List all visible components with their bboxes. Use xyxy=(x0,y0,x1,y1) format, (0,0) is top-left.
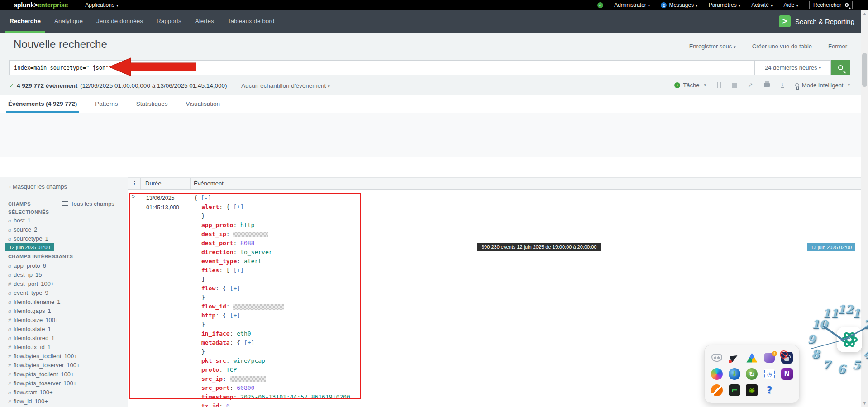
snake-game-icon[interactable]: ⌐ xyxy=(729,384,740,396)
results-tab-patterns[interactable]: Patterns xyxy=(95,95,118,113)
account-menu[interactable]: Administrator xyxy=(614,2,650,8)
field-host[interactable]: ahost1 xyxy=(8,216,48,225)
field-app-proto[interactable]: aapp_proto6 xyxy=(8,261,80,270)
clock-hands xyxy=(787,289,868,393)
all-fields-label: Tous les champs xyxy=(71,200,114,207)
job-task-menu[interactable]: iTâche xyxy=(674,82,706,89)
field-source[interactable]: asource2 xyxy=(8,225,48,234)
google-drive-icon[interactable] xyxy=(746,353,757,363)
json-number: 0 xyxy=(226,402,230,407)
field-dest-port[interactable]: #dest_port100+ xyxy=(8,279,80,289)
field-fileinfo-state[interactable]: afileinfo.state1 xyxy=(8,325,80,334)
field-name: fileinfo.filename xyxy=(14,298,54,305)
event-sampling-menu[interactable]: Aucun échantillon d'événement xyxy=(241,82,330,89)
health-check-icon[interactable]: ✓ xyxy=(597,2,603,8)
download-manager-icon[interactable]: ⇓ xyxy=(729,368,740,380)
app-nav-tabs: RechercheAnalytiqueJeux de donnéesRappor… xyxy=(3,10,281,33)
field-name: fileinfo.stored xyxy=(14,335,48,341)
field-sourcetype[interactable]: asourcetype1 xyxy=(8,234,48,243)
results-tab-v-nements-4-929-772[interactable]: Événements (4 929 772) xyxy=(8,95,77,113)
timeline-end-label: 13 juin 2025 02:00 xyxy=(807,243,855,251)
create-table-view-button[interactable]: Créer une vue de table xyxy=(752,43,812,50)
field-flow-id[interactable]: #flow_id100+ xyxy=(8,397,80,406)
field-flow-bytes-toserver[interactable]: #flow.bytes_toserver100+ xyxy=(8,361,80,370)
scroll-down-arrow-icon[interactable]: ▼ xyxy=(861,401,868,406)
json-key: tx_id xyxy=(201,402,219,407)
hide-fields-link[interactable]: Masquer les champs xyxy=(9,183,67,190)
field-fileinfo-stored[interactable]: afileinfo.stored1 xyxy=(8,334,80,343)
copilot-icon[interactable] xyxy=(711,368,723,380)
print-icon[interactable] xyxy=(764,83,770,87)
field-dest-ip[interactable]: adest_ip15 xyxy=(8,270,80,279)
save-as-button[interactable]: Enregistrer sous xyxy=(689,43,736,50)
interesting-fields-title: CHAMPS INTÉRESSANTS xyxy=(8,252,73,260)
field-fileinfo-tx-id[interactable]: #fileinfo.tx_id1 xyxy=(8,343,80,352)
pause-job-icon[interactable] xyxy=(717,82,721,88)
task-scheduler-icon[interactable]: ◷ xyxy=(764,369,775,379)
field-flow-start[interactable]: aflow.start100+ xyxy=(8,388,80,397)
nav-tab-rapports[interactable]: Rapports xyxy=(150,10,188,33)
help-icon[interactable]: ? xyxy=(763,384,775,396)
field-event-type[interactable]: aevent_type9 xyxy=(8,289,80,298)
field-fileinfo-filename[interactable]: afileinfo.filename1 xyxy=(8,298,80,307)
messages-menu[interactable]: 2Messages xyxy=(661,2,697,9)
field-name: flow.bytes_toclient xyxy=(14,353,62,360)
field-type-icon: # xyxy=(8,397,14,406)
discord-icon[interactable] xyxy=(711,354,722,362)
nav-tab-tableaux-de-bord[interactable]: Tableaux de bord xyxy=(221,10,281,33)
sync-icon[interactable]: ↻ xyxy=(746,368,758,380)
field-count: 100+ xyxy=(45,317,58,323)
column-header-time[interactable]: Durée xyxy=(145,180,161,187)
icon-glyph: ? xyxy=(767,385,772,396)
field-name: host xyxy=(14,217,25,224)
nav-tab-jeux-de-donn-es[interactable]: Jeux de données xyxy=(90,10,150,33)
json-line: tx_id: 0 xyxy=(194,402,350,407)
help-menu[interactable]: Aide xyxy=(783,2,798,8)
export-icon[interactable]: ↓ xyxy=(781,82,784,88)
results-tab-statistiques[interactable]: Statistiques xyxy=(136,95,168,113)
field-fileinfo-gaps[interactable]: afileinfo.gaps1 xyxy=(8,307,80,316)
stop-job-icon[interactable] xyxy=(732,83,737,88)
nav-tab-alertes[interactable]: Alertes xyxy=(188,10,221,33)
field-flow-pkts-toclient[interactable]: #flow.pkts_toclient100+ xyxy=(8,370,80,379)
field-name: flow.bytes_toserver xyxy=(14,362,64,369)
field-type-icon: # xyxy=(8,361,14,370)
timeline-tooltip: 690 230 events 12 juin 2025 de 19:00:00 … xyxy=(477,243,601,251)
splunk-logo[interactable]: splunk>enterprise xyxy=(14,1,68,9)
global-search-input[interactable]: Rechercher xyxy=(809,1,853,9)
field-name: dest_port xyxy=(14,280,38,287)
share-icon[interactable] xyxy=(748,81,753,89)
nav-tab-analytique[interactable]: Analytique xyxy=(48,10,90,33)
field-fileinfo-size[interactable]: #fileinfo.size100+ xyxy=(8,316,80,325)
activity-menu[interactable]: Activité xyxy=(751,2,773,8)
telegram-icon[interactable] xyxy=(729,352,740,364)
avast-icon[interactable] xyxy=(711,384,723,396)
field-flow-bytes-toclient[interactable]: #flow.bytes_toclient100+ xyxy=(8,352,80,361)
field-count: 15 xyxy=(35,271,42,278)
all-fields-link[interactable]: Tous les champs xyxy=(62,200,114,207)
search-mode-menu[interactable]: Mode Intelligent xyxy=(795,82,850,89)
scrollbar-thumb[interactable] xyxy=(862,53,867,87)
scroll-up-arrow-icon[interactable]: ▲ xyxy=(861,11,868,16)
field-name: flow.pkts_toserver xyxy=(14,380,61,387)
settings-menu[interactable]: Paramètres xyxy=(709,2,741,8)
time-range-picker[interactable]: 24 dernières heures xyxy=(755,60,831,75)
field-type-icon: a xyxy=(8,298,14,307)
folder-alert-icon[interactable]: ! xyxy=(764,353,775,363)
selected-fields-list: ahost1asource2asourcetype1 xyxy=(8,216,48,243)
app-navigation-bar: RechercheAnalytiqueJeux de donnéesRappor… xyxy=(0,10,868,33)
nvidia-icon[interactable]: ◉ xyxy=(746,384,758,396)
field-name: source xyxy=(14,226,31,233)
field-flow-pkts-toserver[interactable]: #flow.pkts_toserver100+ xyxy=(8,379,80,388)
timeline-start-label: 12 juin 2025 01:00 xyxy=(5,243,54,251)
nav-tab-recherche[interactable]: Recherche xyxy=(3,10,48,33)
close-button[interactable]: Fermer xyxy=(828,43,847,50)
icon-glyph: ◉ xyxy=(749,386,755,394)
applications-menu[interactable]: Applications xyxy=(85,2,118,8)
search-reporting-logo-icon: > xyxy=(779,15,791,27)
field-count: 1 xyxy=(57,298,60,305)
timeline-section: Format de la chronologie Zoom arrière Zo… xyxy=(0,113,868,157)
results-tab-visualisation[interactable]: Visualisation xyxy=(186,95,220,113)
run-search-button[interactable] xyxy=(831,60,850,75)
app-brand[interactable]: > Search & Reporting xyxy=(779,15,854,27)
